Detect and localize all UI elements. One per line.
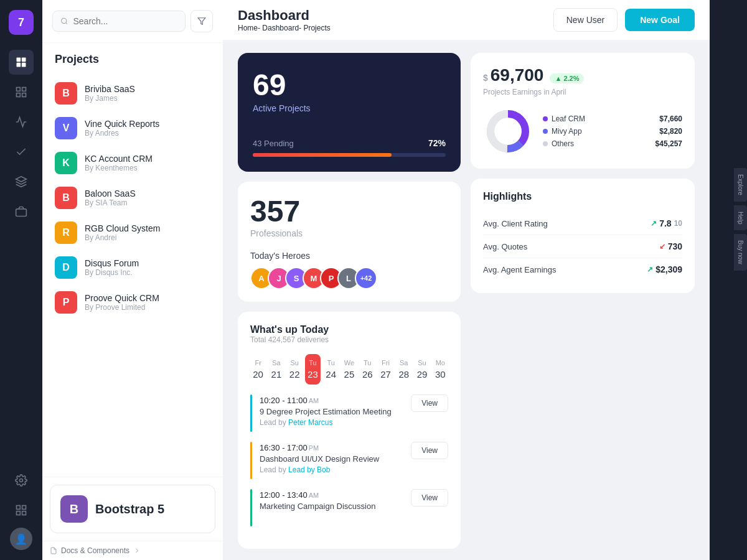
project-logo: B xyxy=(55,82,77,105)
active-projects-label: Active Projects xyxy=(253,103,446,113)
event-border xyxy=(250,394,252,432)
legend-item: Others xyxy=(543,139,585,148)
chevron-right-icon xyxy=(133,547,141,554)
left-column: 69 Active Projects 43 Pending 72% 357 Pr… xyxy=(238,53,461,549)
nav-check-icon[interactable] xyxy=(9,139,34,164)
project-info: Briviba SaaS By James xyxy=(85,84,135,103)
calendar-day[interactable]: Fri27 xyxy=(378,354,393,385)
main-content: Dashboard Home- Dashboard- Projects New … xyxy=(223,0,710,560)
active-projects-number: 69 xyxy=(253,68,446,102)
nav-dashboard-icon[interactable] xyxy=(9,50,34,75)
calendar-day[interactable]: Tu26 xyxy=(360,354,375,385)
new-user-button[interactable]: New User xyxy=(553,8,618,32)
event-view-button[interactable]: View xyxy=(411,489,448,506)
calendar-day[interactable]: Su29 xyxy=(414,354,430,385)
project-item[interactable]: D Disqus Forum By Disqus Inc. xyxy=(42,250,223,285)
nav-chart-icon[interactable] xyxy=(9,110,34,134)
svg-rect-4 xyxy=(17,88,21,91)
calendar-day[interactable]: Tu23 xyxy=(305,354,321,385)
calendar-day[interactable]: Sa21 xyxy=(268,354,284,385)
highlight-row: Avg. Client Rating ↗ 7.8 10 xyxy=(483,212,682,235)
event-lead-link[interactable]: Peter Marcus xyxy=(288,418,332,427)
legend-amount: $2,820 xyxy=(655,127,682,136)
project-item[interactable]: R RGB Cloud System By Andrei xyxy=(42,215,223,250)
project-item[interactable]: B Briviba SaaS By James xyxy=(42,76,223,111)
project-info: Proove Quick CRM By Proove Limited xyxy=(85,293,159,312)
svg-rect-0 xyxy=(17,58,21,62)
calendar-day[interactable]: Tu24 xyxy=(323,354,339,385)
docs-icon xyxy=(50,547,57,554)
help-tab[interactable]: Help xyxy=(734,205,747,231)
bootstrap-logo: B xyxy=(60,495,88,523)
project-info: Baloon SaaS By SIA Team xyxy=(85,189,136,207)
left-navigation: 7 👤 xyxy=(0,0,42,560)
project-logo: K xyxy=(55,152,77,174)
trend-up-icon: ↗ xyxy=(651,219,657,228)
svg-rect-14 xyxy=(22,511,26,515)
project-item[interactable]: B Baloon SaaS By SIA Team xyxy=(42,180,223,215)
svg-rect-1 xyxy=(22,58,26,62)
schedule-subtitle: Total 424,567 deliveries xyxy=(250,335,448,344)
event-view-button[interactable]: View xyxy=(411,442,448,459)
progress-bar-fill xyxy=(253,153,392,157)
nav-grid2-icon[interactable] xyxy=(9,498,34,523)
legend-label: Leaf CRM xyxy=(552,114,585,123)
project-item[interactable]: V Vine Quick Reports By Andres xyxy=(42,111,223,146)
buy-now-tab[interactable]: Buy now xyxy=(734,234,747,270)
legend-amount: $7,660 xyxy=(655,114,682,123)
progress-bar xyxy=(253,153,446,157)
event-lead-link[interactable]: Lead by Bob xyxy=(288,465,330,474)
event-item: 12:00 - 13:40AM Marketing Campaign Discu… xyxy=(250,489,448,526)
svg-rect-12 xyxy=(22,506,26,510)
svg-rect-13 xyxy=(17,511,21,515)
project-by: By Disqus Inc. xyxy=(85,268,139,277)
calendar-day[interactable]: Sa28 xyxy=(396,354,411,385)
event-title: 9 Degree Project Estimation Meeting xyxy=(260,407,403,416)
project-by: By James xyxy=(85,94,135,103)
nav-grid-icon[interactable] xyxy=(9,80,34,105)
search-input[interactable] xyxy=(73,16,177,26)
user-profile-avatar[interactable]: 👤 xyxy=(10,528,32,550)
svg-point-15 xyxy=(62,18,67,23)
search-input-wrap[interactable] xyxy=(52,11,186,32)
content-grid: 69 Active Projects 43 Pending 72% 357 Pr… xyxy=(223,40,710,560)
topbar-left: Dashboard Home- Dashboard- Projects xyxy=(238,7,331,32)
user-avatar-number[interactable]: 7 xyxy=(9,10,34,35)
heroes-title: Today's Heroes xyxy=(250,251,448,261)
project-item[interactable]: P Proove Quick CRM By Proove Limited xyxy=(42,285,223,320)
events-list: 10:20 - 11:00AM 9 Degree Project Estimat… xyxy=(250,394,448,526)
professionals-number: 357 xyxy=(250,194,448,228)
svg-marker-8 xyxy=(16,177,27,182)
pending-label: 43 Pending xyxy=(253,139,294,148)
legend-label: Others xyxy=(552,139,574,148)
nav-briefcase-icon[interactable] xyxy=(9,199,34,224)
event-view-button[interactable]: View xyxy=(411,394,448,412)
calendar-day[interactable]: Mo30 xyxy=(433,354,448,385)
calendar-day[interactable]: We25 xyxy=(341,354,357,385)
event-time: 12:00 - 13:40AM xyxy=(260,490,319,500)
earnings-legend: Leaf CRMMivy AppOthers xyxy=(543,114,585,148)
filter-button[interactable] xyxy=(190,10,213,32)
nav-layers-icon[interactable] xyxy=(9,169,34,194)
project-name: Vine Quick Reports xyxy=(85,119,159,129)
pending-percentage: 72% xyxy=(428,138,446,148)
calendar-day[interactable]: Su22 xyxy=(287,354,303,385)
project-item[interactable]: K KC Account CRM By Keenthemes xyxy=(42,146,223,180)
project-logo: B xyxy=(55,187,77,209)
project-info: Vine Quick Reports By Andres xyxy=(85,119,159,138)
schedule-header: What's up Today Total 424,567 deliveries xyxy=(250,324,448,344)
nav-settings-icon[interactable] xyxy=(9,468,34,493)
calendar-day[interactable]: Fr20 xyxy=(250,354,266,385)
event-time: 16:30 - 17:00PM xyxy=(260,443,319,452)
avatars-row: AJSMPL+42 xyxy=(250,267,448,289)
svg-rect-9 xyxy=(16,209,27,217)
explore-tab[interactable]: Explore xyxy=(734,168,747,202)
highlights-rows: Avg. Client Rating ↗ 7.8 10 Avg. Quotes … xyxy=(483,212,682,281)
project-name: Briviba SaaS xyxy=(85,84,135,94)
event-content: 10:20 - 11:00AM 9 Degree Project Estimat… xyxy=(260,394,403,427)
docs-bar[interactable]: Docs & Components xyxy=(42,541,223,560)
new-goal-button[interactable]: New Goal xyxy=(625,9,695,31)
search-bar xyxy=(42,0,223,43)
sidebar: Projects B Briviba SaaS By James V Vine … xyxy=(42,0,223,560)
more-avatars: +42 xyxy=(355,267,377,289)
